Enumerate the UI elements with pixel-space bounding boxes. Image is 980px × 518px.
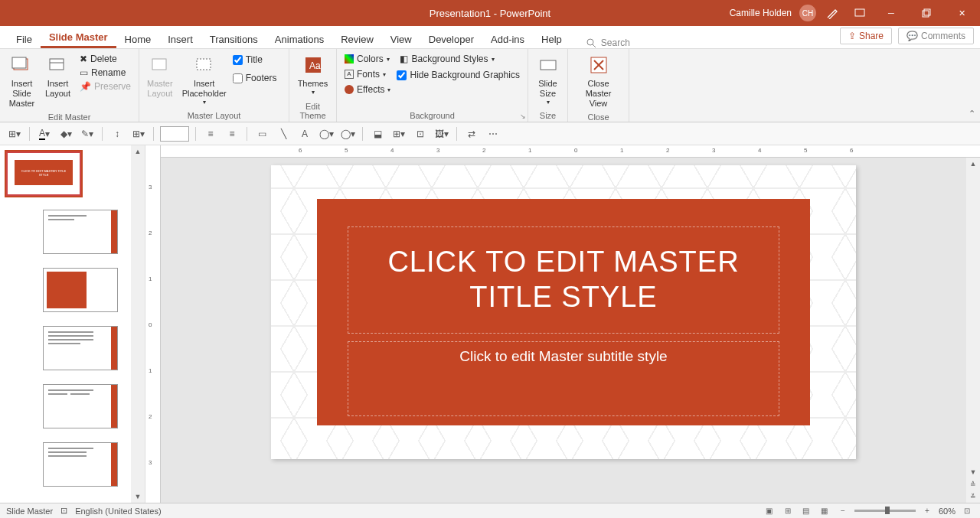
next-slide-icon[interactable]: ≚ [966, 490, 980, 503]
close-button[interactable]: ✕ [946, 0, 977, 26]
chevron-down-icon: ▾ [203, 99, 206, 106]
text-box-button[interactable]: A [296, 125, 313, 142]
sort-button[interactable]: ↕ [109, 125, 126, 142]
fit-window-button[interactable]: ⊡ [960, 505, 974, 517]
chevron-down-icon: ▾ [492, 56, 495, 63]
tab-addins[interactable]: Add-ins [482, 29, 533, 48]
share-button[interactable]: ⇪ Share [840, 28, 892, 44]
layout-thumbnail[interactable] [43, 210, 118, 254]
rename-button[interactable]: ▭Rename [77, 67, 134, 79]
scroll-up-icon[interactable]: ▲ [131, 145, 145, 158]
restore-button[interactable] [911, 0, 942, 26]
user-avatar[interactable]: CH [799, 5, 816, 21]
reading-view-button[interactable]: ▤ [799, 505, 813, 517]
font-color-button[interactable]: A▾ [36, 125, 53, 142]
layout-thumbnail[interactable] [43, 326, 118, 370]
ribbon: Insert Slide Master Insert Layout ✖Delet… [0, 49, 980, 122]
thumbnail-scrollbar[interactable]: ▲ ▼ [131, 145, 145, 503]
close-master-view-button[interactable]: Close Master View [573, 51, 624, 111]
fill-button[interactable]: ◆▾ [57, 125, 74, 142]
slide-size-button[interactable]: Slide Size ▾ [533, 51, 564, 108]
group-edit-master-label: Edit Master [5, 111, 134, 123]
line-shape-button[interactable]: ╲ [275, 125, 292, 142]
collapse-ribbon-button[interactable]: ⌃ [969, 109, 975, 119]
display-mode-icon[interactable] [848, 2, 871, 24]
tab-slide-master[interactable]: Slide Master [41, 27, 116, 48]
status-language[interactable]: English (United States) [75, 507, 162, 516]
draw-icon[interactable] [821, 2, 844, 24]
svg-line-4 [593, 44, 596, 47]
themes-button[interactable]: Aa Themes ▾ [295, 51, 332, 98]
group-edit-theme-label: Edit Theme [294, 100, 332, 122]
zoom-level[interactable]: 60% [939, 507, 956, 516]
colors-button[interactable]: Colors▾ [341, 53, 394, 65]
chevron-down-icon: ▾ [387, 86, 390, 93]
outline-button[interactable]: ✎▾ [79, 125, 96, 142]
tab-help[interactable]: Help [533, 29, 570, 48]
align-center-button[interactable]: ≡ [224, 125, 240, 142]
zoom-slider[interactable] [854, 510, 916, 512]
tab-animations[interactable]: Animations [266, 29, 332, 48]
align-left-button[interactable]: ≡ [202, 125, 219, 142]
tab-home[interactable]: Home [116, 29, 160, 48]
search-box[interactable]: Search [586, 37, 630, 48]
background-launcher-icon[interactable]: ↘ [520, 112, 526, 120]
accessibility-icon[interactable]: ⊡ [60, 506, 67, 516]
canvas-area[interactable]: CLICK TO EDIT MASTER TITLE STYLE Click t… [161, 158, 966, 503]
tab-view[interactable]: View [382, 29, 420, 48]
insert-slide-master-button[interactable]: Insert Slide Master [5, 51, 39, 111]
merge-button[interactable]: ⬓ [369, 125, 386, 142]
slide-canvas[interactable]: CLICK TO EDIT MASTER TITLE STYLE Click t… [271, 165, 856, 459]
slide-master-thumbnail[interactable]: CLICK TO EDIT MASTER TITLE STYLE [6, 151, 81, 196]
effects-button[interactable]: Effects▾ [341, 83, 394, 96]
layout-thumbnail[interactable] [43, 384, 118, 428]
bg-styles-button[interactable]: ◧Background Styles▾ [397, 53, 519, 65]
shape2-button[interactable]: ◯▾ [339, 125, 356, 142]
insert-placeholder-button[interactable]: Insert Placeholder ▾ [179, 51, 230, 108]
more-button[interactable]: ⋯ [485, 125, 501, 142]
footers-checkbox[interactable]: Footers [233, 73, 277, 83]
tab-insert[interactable]: Insert [159, 29, 201, 48]
hide-bg-checkbox[interactable]: Hide Background Graphics [397, 70, 519, 80]
delete-button[interactable]: ✖Delete [77, 53, 134, 65]
tab-file[interactable]: File [8, 29, 41, 48]
preserve-button[interactable]: 📌Preserve [77, 80, 134, 93]
group-close-label: Close [573, 111, 624, 123]
slideshow-view-button[interactable]: ▦ [818, 505, 831, 517]
zoom-out-button[interactable]: − [836, 505, 850, 517]
minimize-button[interactable]: ─ [876, 0, 906, 26]
align-button[interactable]: ⊞▾ [6, 125, 23, 142]
picture-button[interactable]: 🖼▾ [433, 125, 450, 142]
crop-button[interactable]: ⊡ [412, 125, 429, 142]
layout-thumbnail[interactable] [43, 442, 118, 487]
normal-view-button[interactable]: ▣ [763, 505, 776, 517]
gallery-button[interactable]: ⊞▾ [130, 125, 147, 142]
subtitle-placeholder[interactable]: Click to edit Master subtitle style [348, 341, 779, 416]
shape-button[interactable]: ◯▾ [318, 125, 335, 142]
vertical-scrollbar[interactable]: ▲ ▼ ≙ ≚ [966, 158, 980, 503]
table-button[interactable]: ⊞▾ [390, 125, 407, 142]
group-size-label: Size [533, 109, 563, 122]
comments-button[interactable]: 💬 Comments [898, 28, 974, 44]
insert-layout-button[interactable]: Insert Layout [42, 51, 74, 100]
scroll-up-icon[interactable]: ▲ [966, 158, 980, 170]
sorter-view-button[interactable]: ⊞ [781, 505, 795, 517]
group-master-layout-label: Master Layout [144, 109, 284, 122]
font-size-input[interactable] [160, 126, 189, 142]
tab-review[interactable]: Review [332, 29, 382, 48]
link-button[interactable]: ⇄ [463, 125, 480, 142]
status-bar: Slide Master ⊡ English (United States) ▣… [0, 503, 980, 518]
scroll-down-icon[interactable]: ▼ [966, 466, 980, 478]
layout-thumbnail[interactable] [43, 268, 118, 312]
tab-developer[interactable]: Developer [420, 29, 482, 48]
rectangle-shape-button[interactable]: ▭ [253, 125, 270, 142]
editor-area: 3 2 1 0 1 2 3 6 5 4 3 2 1 0 1 2 3 4 5 6 [145, 145, 980, 503]
prev-slide-icon[interactable]: ≙ [966, 478, 980, 490]
title-checkbox[interactable]: Title [233, 54, 277, 65]
tab-transitions[interactable]: Transitions [201, 29, 266, 48]
svg-rect-1 [923, 11, 929, 17]
scroll-down-icon[interactable]: ▼ [131, 490, 145, 503]
title-placeholder[interactable]: CLICK TO EDIT MASTER TITLE STYLE [348, 226, 779, 334]
zoom-in-button[interactable]: + [920, 505, 934, 517]
fonts-button[interactable]: AFonts▾ [341, 68, 394, 80]
